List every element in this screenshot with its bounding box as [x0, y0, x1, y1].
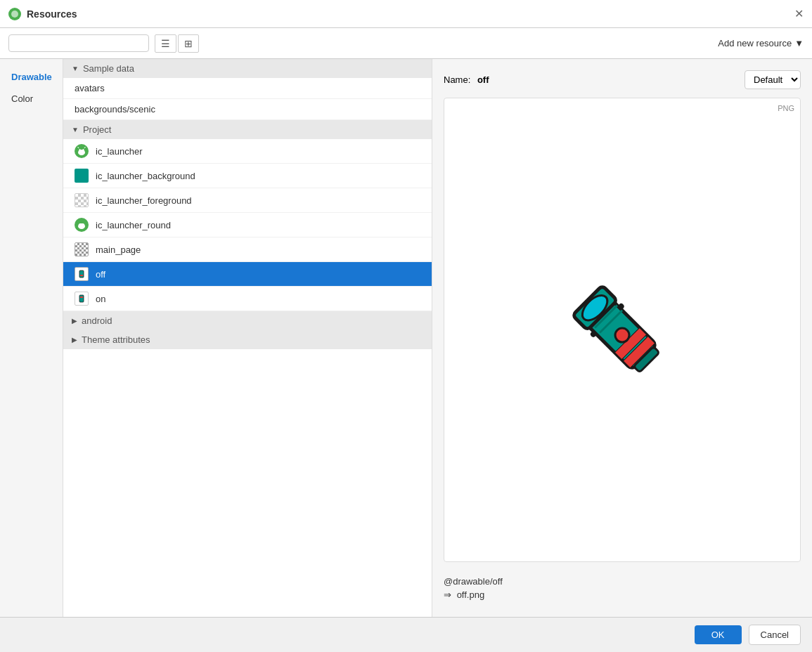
add-resource-arrow: ▼ [794, 38, 804, 48]
tree-item-ic-launcher-round[interactable]: ic_launcher_round [63, 213, 432, 237]
view-toggle: ☰ ⊞ [155, 34, 199, 53]
tree-item-main-page[interactable]: main_page [63, 237, 432, 262]
main-page-label: main_page [96, 244, 141, 255]
grid-view-button[interactable]: ⊞ [178, 34, 199, 53]
detail-name-value: off [477, 74, 489, 85]
svg-point-3 [79, 149, 81, 150]
ic-launcher-icon [75, 144, 89, 158]
image-preview-container: PNG [444, 98, 801, 562]
list-view-button[interactable]: ☰ [155, 34, 176, 53]
main-content: Drawable Color ▼ Sample data avatars bac… [0, 59, 812, 617]
search-input[interactable] [8, 34, 149, 52]
nav-item-color[interactable]: Color [0, 89, 63, 108]
app-icon [8, 8, 21, 20]
section-sample-data-label: Sample data [83, 63, 134, 74]
ok-button[interactable]: OK [695, 625, 742, 644]
svg-rect-10 [80, 275, 83, 276]
off-icon [75, 267, 89, 281]
qualifier-dropdown[interactable]: Default [745, 70, 801, 89]
cancel-button[interactable]: Cancel [749, 625, 801, 645]
svg-rect-8 [79, 223, 84, 227]
png-badge: PNG [778, 104, 794, 112]
nav-item-drawable[interactable]: Drawable [0, 67, 63, 86]
tree-item-ic-launcher[interactable]: ic_launcher [63, 139, 432, 164]
toolbar: 🔍 ☰ ⊞ Add new resource ▼ [0, 28, 812, 59]
ic-launcher-foreground-label: ic_launcher_foreground [96, 195, 192, 206]
add-resource-button[interactable]: Add new resource ▼ [718, 38, 804, 48]
flashlight-preview [552, 260, 692, 400]
ic-launcher-background-label: ic_launcher_background [96, 171, 195, 181]
close-button[interactable]: ✕ [794, 7, 804, 20]
tree-panel: ▼ Sample data avatars backgrounds/scenic… [63, 59, 432, 617]
svg-rect-11 [79, 295, 84, 302]
detail-name-label: Name: [444, 74, 470, 85]
section-theme-label: Theme attributes [82, 334, 150, 345]
section-sample-data-arrow: ▼ [72, 65, 79, 72]
detail-footer: @drawable/off ⇒ off.png [444, 570, 801, 606]
path-arrow: ⇒ [444, 589, 451, 600]
section-sample-data[interactable]: ▼ Sample data [63, 59, 432, 78]
detail-file-path: ⇒ off.png [444, 589, 801, 600]
detail-header: Name: off Default [444, 70, 801, 89]
section-android[interactable]: ▶ android [63, 311, 432, 330]
search-wrapper: 🔍 [8, 34, 149, 52]
section-android-arrow: ▶ [72, 317, 77, 325]
section-project-label: Project [83, 124, 111, 135]
svg-point-4 [83, 149, 84, 150]
off-label: off [96, 269, 105, 280]
section-theme-arrow: ▶ [72, 336, 77, 344]
on-icon [75, 292, 89, 306]
left-nav: Drawable Color [0, 59, 63, 617]
detail-panel: Name: off Default PNG [432, 59, 812, 617]
ic-launcher-round-icon [75, 218, 89, 232]
item-backgrounds-scenic[interactable]: backgrounds/scenic [63, 99, 432, 120]
main-page-icon [75, 242, 89, 256]
tree-item-on[interactable]: on [63, 287, 432, 311]
detail-name-row: Name: off [444, 74, 489, 85]
tree-item-ic-launcher-background[interactable]: ic_launcher_background [63, 164, 432, 188]
svg-rect-12 [80, 296, 83, 298]
detail-drawable-path: @drawable/off [444, 576, 801, 587]
svg-line-6 [84, 147, 86, 148]
ic-launcher-background-icon [75, 169, 89, 183]
section-theme-attributes[interactable]: ▶ Theme attributes [63, 330, 432, 349]
tree-item-ic-launcher-foreground[interactable]: ic_launcher_foreground [63, 188, 432, 213]
section-android-label: android [82, 315, 112, 326]
path-file: off.png [457, 589, 485, 600]
ic-launcher-round-label: ic_launcher_round [96, 220, 171, 230]
dialog-title: Resources [27, 8, 77, 20]
tree-item-off[interactable]: off [63, 262, 432, 287]
item-avatars[interactable]: avatars [63, 78, 432, 99]
ic-launcher-label: ic_launcher [96, 146, 143, 157]
bottom-bar: OK Cancel [0, 617, 812, 652]
title-bar: Resources ✕ [0, 0, 812, 28]
svg-point-0 [11, 11, 18, 18]
svg-rect-9 [79, 270, 84, 278]
svg-line-5 [78, 147, 79, 148]
add-resource-label: Add new resource [718, 38, 792, 48]
ic-launcher-foreground-icon [75, 193, 89, 207]
section-project[interactable]: ▼ Project [63, 120, 432, 139]
section-project-arrow: ▼ [72, 126, 79, 133]
on-label: on [96, 294, 105, 304]
